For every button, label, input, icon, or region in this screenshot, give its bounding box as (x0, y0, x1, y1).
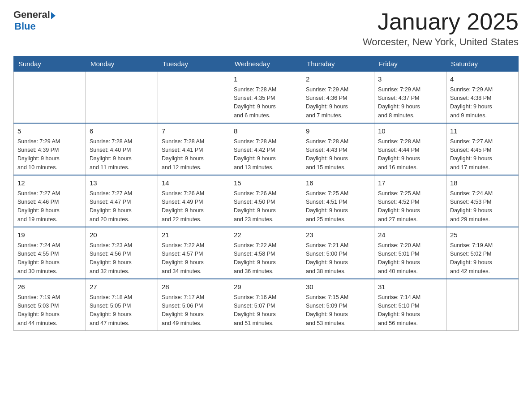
calendar-day-cell: 6Sunrise: 7:28 AMSunset: 4:40 PMDaylight… (86, 123, 158, 175)
day-number: 28 (162, 282, 226, 292)
day-info: Sunrise: 7:29 AMSunset: 4:36 PMDaylight:… (306, 86, 370, 120)
day-number: 20 (90, 230, 154, 240)
calendar-day-cell: 23Sunrise: 7:21 AMSunset: 5:00 PMDayligh… (302, 227, 374, 279)
day-info: Sunrise: 7:27 AMSunset: 4:46 PMDaylight:… (17, 189, 82, 224)
logo-blue-text: Blue (13, 21, 56, 32)
day-info: Sunrise: 7:28 AMSunset: 4:41 PMDaylight:… (162, 137, 226, 172)
calendar-day-cell: 2Sunrise: 7:29 AMSunset: 4:36 PMDaylight… (302, 72, 374, 124)
location-subtitle: Worcester, New York, United States (363, 36, 519, 48)
calendar-day-cell: 18Sunrise: 7:24 AMSunset: 4:53 PMDayligh… (446, 175, 519, 227)
day-info: Sunrise: 7:25 AMSunset: 4:51 PMDaylight:… (306, 189, 370, 224)
day-info: Sunrise: 7:28 AMSunset: 4:35 PMDaylight:… (234, 86, 298, 120)
day-number: 15 (234, 178, 298, 188)
calendar-day-cell: 28Sunrise: 7:17 AMSunset: 5:06 PMDayligh… (158, 279, 230, 331)
day-number: 3 (378, 74, 442, 85)
day-number: 9 (306, 126, 370, 137)
day-number: 30 (306, 282, 370, 292)
day-number: 8 (234, 126, 298, 137)
day-number: 10 (378, 126, 442, 137)
day-number: 5 (17, 126, 82, 137)
day-number: 11 (450, 126, 515, 137)
calendar-day-cell (446, 279, 519, 331)
day-info: Sunrise: 7:23 AMSunset: 4:56 PMDaylight:… (90, 241, 154, 276)
day-number: 2 (306, 74, 370, 85)
day-number: 22 (234, 230, 298, 240)
calendar-week-row: 19Sunrise: 7:24 AMSunset: 4:55 PMDayligh… (14, 227, 519, 279)
day-number: 24 (378, 230, 442, 240)
day-of-week-header: Thursday (302, 56, 374, 72)
day-info: Sunrise: 7:26 AMSunset: 4:49 PMDaylight:… (162, 189, 226, 224)
month-title: January 2025 (363, 9, 519, 34)
logo: General Blue (13, 9, 56, 32)
calendar-day-cell: 14Sunrise: 7:26 AMSunset: 4:49 PMDayligh… (158, 175, 230, 227)
calendar-day-cell (158, 72, 230, 124)
calendar-day-cell: 11Sunrise: 7:27 AMSunset: 4:45 PMDayligh… (446, 123, 519, 175)
calendar-day-cell: 22Sunrise: 7:22 AMSunset: 4:58 PMDayligh… (230, 227, 302, 279)
day-of-week-header: Wednesday (230, 56, 302, 72)
calendar-day-cell: 12Sunrise: 7:27 AMSunset: 4:46 PMDayligh… (14, 175, 86, 227)
day-info: Sunrise: 7:15 AMSunset: 5:09 PMDaylight:… (306, 293, 370, 328)
calendar-day-cell: 26Sunrise: 7:19 AMSunset: 5:03 PMDayligh… (14, 279, 86, 331)
day-of-week-header: Friday (374, 56, 446, 72)
day-info: Sunrise: 7:26 AMSunset: 4:50 PMDaylight:… (234, 189, 298, 224)
title-block: January 2025 Worcester, New York, United… (363, 9, 519, 48)
day-info: Sunrise: 7:25 AMSunset: 4:52 PMDaylight:… (378, 189, 442, 224)
day-info: Sunrise: 7:29 AMSunset: 4:39 PMDaylight:… (17, 137, 82, 172)
calendar-day-cell: 4Sunrise: 7:29 AMSunset: 4:38 PMDaylight… (446, 72, 519, 124)
day-number: 19 (17, 230, 82, 240)
day-info: Sunrise: 7:14 AMSunset: 5:10 PMDaylight:… (378, 293, 442, 328)
day-number: 4 (450, 74, 515, 85)
day-info: Sunrise: 7:28 AMSunset: 4:40 PMDaylight:… (90, 137, 154, 172)
day-info: Sunrise: 7:22 AMSunset: 4:58 PMDaylight:… (234, 241, 298, 276)
day-info: Sunrise: 7:22 AMSunset: 4:57 PMDaylight:… (162, 241, 226, 276)
day-number: 16 (306, 178, 370, 188)
day-info: Sunrise: 7:18 AMSunset: 5:05 PMDaylight:… (90, 293, 154, 328)
day-info: Sunrise: 7:17 AMSunset: 5:06 PMDaylight:… (162, 293, 226, 328)
day-info: Sunrise: 7:28 AMSunset: 4:43 PMDaylight:… (306, 137, 370, 172)
calendar-day-cell: 3Sunrise: 7:29 AMSunset: 4:37 PMDaylight… (374, 72, 446, 124)
logo-arrow-icon (51, 12, 56, 19)
calendar-day-cell: 1Sunrise: 7:28 AMSunset: 4:35 PMDaylight… (230, 72, 302, 124)
day-info: Sunrise: 7:19 AMSunset: 5:03 PMDaylight:… (17, 293, 82, 328)
day-number: 26 (17, 282, 82, 292)
calendar-day-cell: 29Sunrise: 7:16 AMSunset: 5:07 PMDayligh… (230, 279, 302, 331)
calendar-day-cell: 10Sunrise: 7:28 AMSunset: 4:44 PMDayligh… (374, 123, 446, 175)
day-number: 25 (450, 230, 515, 240)
page-header: General Blue January 2025 Worcester, New… (13, 9, 519, 48)
calendar-header-row: SundayMondayTuesdayWednesdayThursdayFrid… (14, 56, 519, 72)
day-number: 27 (90, 282, 154, 292)
day-number: 17 (378, 178, 442, 188)
calendar-day-cell: 7Sunrise: 7:28 AMSunset: 4:41 PMDaylight… (158, 123, 230, 175)
calendar-week-row: 1Sunrise: 7:28 AMSunset: 4:35 PMDaylight… (14, 72, 519, 124)
calendar-table: SundayMondayTuesdayWednesdayThursdayFrid… (13, 56, 519, 331)
calendar-day-cell: 30Sunrise: 7:15 AMSunset: 5:09 PMDayligh… (302, 279, 374, 331)
day-info: Sunrise: 7:28 AMSunset: 4:44 PMDaylight:… (378, 137, 442, 172)
calendar-day-cell: 13Sunrise: 7:27 AMSunset: 4:47 PMDayligh… (86, 175, 158, 227)
calendar-day-cell: 24Sunrise: 7:20 AMSunset: 5:01 PMDayligh… (374, 227, 446, 279)
day-of-week-header: Sunday (14, 56, 86, 72)
calendar-day-cell: 8Sunrise: 7:28 AMSunset: 4:42 PMDaylight… (230, 123, 302, 175)
calendar-day-cell: 15Sunrise: 7:26 AMSunset: 4:50 PMDayligh… (230, 175, 302, 227)
calendar-day-cell: 19Sunrise: 7:24 AMSunset: 4:55 PMDayligh… (14, 227, 86, 279)
day-number: 23 (306, 230, 370, 240)
day-number: 21 (162, 230, 226, 240)
day-info: Sunrise: 7:19 AMSunset: 5:02 PMDaylight:… (450, 241, 515, 276)
calendar-day-cell: 27Sunrise: 7:18 AMSunset: 5:05 PMDayligh… (86, 279, 158, 331)
day-of-week-header: Saturday (446, 56, 519, 72)
day-number: 1 (234, 74, 298, 85)
day-number: 29 (234, 282, 298, 292)
day-info: Sunrise: 7:24 AMSunset: 4:53 PMDaylight:… (450, 189, 515, 224)
day-info: Sunrise: 7:29 AMSunset: 4:38 PMDaylight:… (450, 86, 515, 120)
day-number: 31 (378, 282, 442, 292)
day-info: Sunrise: 7:20 AMSunset: 5:01 PMDaylight:… (378, 241, 442, 276)
day-of-week-header: Monday (86, 56, 158, 72)
day-info: Sunrise: 7:21 AMSunset: 5:00 PMDaylight:… (306, 241, 370, 276)
calendar-day-cell: 5Sunrise: 7:29 AMSunset: 4:39 PMDaylight… (14, 123, 86, 175)
day-info: Sunrise: 7:28 AMSunset: 4:42 PMDaylight:… (234, 137, 298, 172)
day-info: Sunrise: 7:16 AMSunset: 5:07 PMDaylight:… (234, 293, 298, 328)
day-of-week-header: Tuesday (158, 56, 230, 72)
calendar-day-cell: 31Sunrise: 7:14 AMSunset: 5:10 PMDayligh… (374, 279, 446, 331)
day-info: Sunrise: 7:27 AMSunset: 4:47 PMDaylight:… (90, 189, 154, 224)
day-number: 6 (90, 126, 154, 137)
calendar-week-row: 26Sunrise: 7:19 AMSunset: 5:03 PMDayligh… (14, 279, 519, 331)
